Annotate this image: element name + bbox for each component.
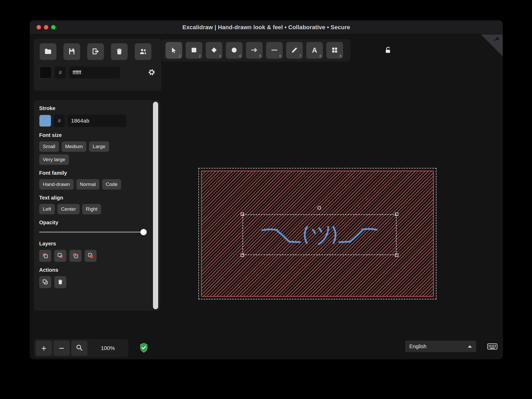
file-toolbar: # <box>34 39 161 91</box>
app-window: Excalidraw | Hand-drawn look & feel • Co… <box>30 20 503 359</box>
zoom-out-button[interactable]: − <box>54 341 70 356</box>
stroke-hex-input[interactable] <box>67 114 126 127</box>
diamond-icon <box>211 47 217 54</box>
zoom-in-button[interactable]: + <box>36 341 52 356</box>
save-scene-button[interactable] <box>63 43 80 60</box>
pin-icon <box>492 35 501 44</box>
tool-rectangle[interactable]: 2 <box>186 42 202 59</box>
titlebar: Excalidraw | Hand-drawn look & feel • Co… <box>30 20 503 34</box>
text-selection-box: ¯\_(ツ)_/¯ <box>243 214 397 255</box>
text-align-label: Text align <box>39 195 148 201</box>
tool-text[interactable]: A 8 <box>306 42 323 59</box>
text-align-center-button[interactable]: Center <box>57 204 80 214</box>
background-hex-prefix: # <box>55 66 66 78</box>
shape-toolbar: 1 2 3 4 5 <box>162 39 351 62</box>
font-family-normal-button[interactable]: Normal <box>76 179 99 190</box>
text-align-left-button[interactable]: Left <box>39 204 55 214</box>
bring-forward-icon <box>72 252 79 259</box>
font-family-hand-drawn-button[interactable]: Hand-drawn <box>39 179 74 190</box>
close-window-button[interactable] <box>37 25 41 29</box>
font-size-very-large-button[interactable]: Very large <box>39 154 69 165</box>
load-scene-button[interactable] <box>40 43 56 60</box>
caret-up-icon <box>468 345 472 348</box>
tool-line[interactable]: 6 <box>266 42 283 59</box>
actions-label: Actions <box>39 267 148 273</box>
stroke-hex-prefix: # <box>54 114 65 127</box>
send-backward-icon <box>57 252 63 259</box>
line-icon <box>271 47 278 54</box>
encryption-shield-icon[interactable] <box>139 343 148 354</box>
keyboard-shortcuts-button[interactable] <box>487 343 498 351</box>
bring-to-front-button[interactable] <box>85 250 97 262</box>
send-backward-button[interactable] <box>54 250 66 262</box>
panel-scrollbar[interactable] <box>153 102 158 309</box>
font-size-label: Font size <box>39 132 148 138</box>
reset-zoom-button[interactable] <box>71 341 87 356</box>
clear-canvas-button[interactable] <box>111 43 128 60</box>
layers-label: Layers <box>39 241 148 247</box>
text-align-right-button[interactable]: Right <box>82 204 101 214</box>
bring-forward-button[interactable] <box>69 250 81 262</box>
canvas-settings-button[interactable] <box>148 68 156 77</box>
cursor-icon <box>170 47 177 54</box>
stroke-color-swatch[interactable] <box>39 115 51 127</box>
trash-icon <box>115 47 123 56</box>
shrug-drawing <box>257 219 382 251</box>
tool-draw[interactable]: 7 <box>286 42 303 59</box>
duplicate-icon <box>42 279 48 286</box>
export-icon <box>92 47 99 56</box>
library-grid-icon <box>331 47 338 54</box>
font-size-large-button[interactable]: Large <box>89 141 109 152</box>
zoom-level: 100% <box>88 345 127 351</box>
zoom-controls: + − 100% <box>34 339 128 357</box>
tool-shortcut: 9 <box>340 54 341 58</box>
font-family-code-button[interactable]: Code <box>102 179 121 190</box>
duplicate-button[interactable] <box>39 276 51 288</box>
traffic-lights <box>37 20 56 34</box>
tool-ellipse[interactable]: 4 <box>226 42 243 59</box>
text-tool-icon: A <box>312 46 317 55</box>
font-size-small-button[interactable]: Small <box>39 141 59 152</box>
stroke-label: Stroke <box>39 105 148 111</box>
gear-icon <box>148 73 156 77</box>
background-hex-input[interactable] <box>69 66 120 78</box>
magnifier-icon <box>76 344 83 353</box>
tool-shortcut: 3 <box>219 54 221 58</box>
tool-library[interactable]: 9 <box>326 42 343 59</box>
tool-selection[interactable]: 1 <box>165 42 182 59</box>
tool-shortcut: 2 <box>199 54 201 58</box>
language-select[interactable]: English <box>405 341 476 352</box>
maximize-window-button[interactable] <box>51 25 56 29</box>
unlocked-padlock-icon <box>384 46 392 55</box>
rectangle-icon <box>191 47 197 54</box>
font-size-medium-button[interactable]: Medium <box>62 141 87 152</box>
save-icon <box>68 47 76 56</box>
tool-arrow[interactable]: 5 <box>246 42 263 59</box>
tool-shortcut: 7 <box>299 54 301 58</box>
opacity-slider-track[interactable] <box>39 232 144 233</box>
opacity-slider-knob[interactable] <box>140 229 147 235</box>
shrug-text-element[interactable]: ¯\_(ツ)_/¯ <box>243 215 396 255</box>
export-button[interactable] <box>87 43 104 60</box>
opacity-label: Opacity <box>39 220 148 226</box>
rotate-handle[interactable] <box>317 206 321 210</box>
send-to-back-icon <box>42 252 48 259</box>
pencil-icon <box>291 47 298 54</box>
keep-tool-active-lock-button[interactable] <box>382 43 394 58</box>
collaboration-button[interactable] <box>135 43 151 60</box>
bring-to-front-icon <box>87 252 94 259</box>
tool-shortcut: 6 <box>279 54 281 58</box>
corner-fold[interactable] <box>481 34 503 56</box>
minimize-window-button[interactable] <box>44 25 48 29</box>
tool-diamond[interactable]: 3 <box>206 42 222 59</box>
canvas-background-swatch[interactable] <box>40 66 52 78</box>
delete-button[interactable] <box>54 276 66 288</box>
properties-panel: Stroke # Font size Small Medium Large Ve… <box>34 100 160 311</box>
users-icon <box>139 47 147 56</box>
trash-icon <box>57 279 63 286</box>
tool-shortcut: 1 <box>179 54 181 58</box>
arrow-right-icon <box>251 47 258 54</box>
opacity-slider[interactable] <box>39 229 147 235</box>
send-to-back-button[interactable] <box>39 250 51 262</box>
tool-shortcut: 4 <box>239 54 241 58</box>
